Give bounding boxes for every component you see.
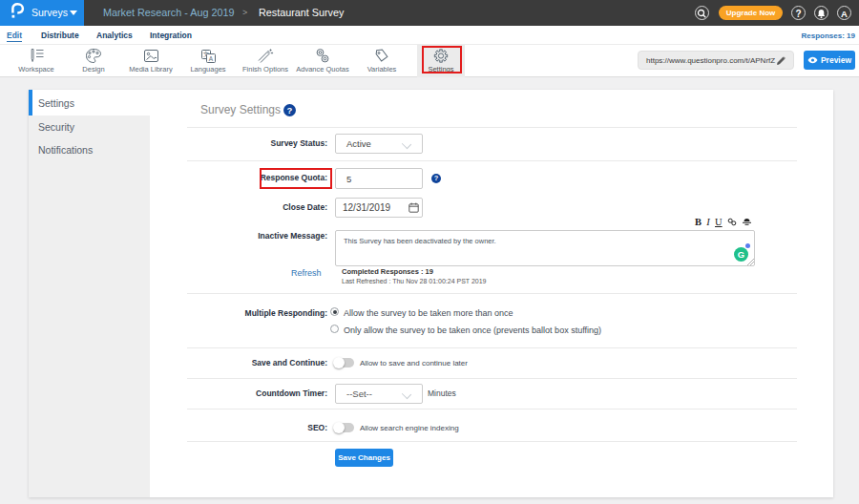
svg-text:A: A: [208, 55, 213, 62]
